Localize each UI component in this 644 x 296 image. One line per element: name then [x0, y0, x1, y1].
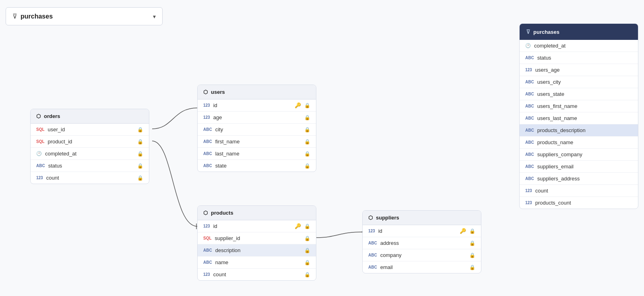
panel-row[interactable]: ABC suppliers_email — [520, 161, 638, 173]
table-row[interactable]: SQL user_id 🔒 — [31, 124, 149, 136]
panel-row[interactable]: ABC products_description — [520, 124, 638, 137]
field-name: suppliers_company — [537, 151, 582, 157]
panel-row[interactable]: ABC users_last_name — [520, 112, 638, 124]
field-name: completed_at — [534, 43, 566, 49]
field-name: count — [46, 175, 59, 181]
field-name: users_state — [537, 91, 564, 97]
panel-row[interactable]: ABC users_city — [520, 76, 638, 88]
field-name: users_age — [535, 67, 560, 73]
type-badge-abc: ABC — [368, 265, 377, 269]
orders-table-title: orders — [44, 113, 60, 119]
table-row[interactable]: ABC city 🔒 — [198, 124, 316, 136]
type-badge-abc: ABC — [525, 80, 534, 84]
type-badge-123: 123 — [368, 229, 375, 233]
query-dropdown[interactable]: ⊽ purchases ▾ — [6, 7, 163, 25]
lock-icon: 🔒 — [137, 127, 143, 132]
table-row[interactable]: 123 id 🔑 🔒 — [363, 225, 481, 237]
table-row[interactable]: 123 id 🔑 🔒 — [198, 99, 316, 112]
field-name: last_name — [215, 151, 239, 157]
table-row[interactable]: ABC name 🔒 — [198, 257, 316, 269]
products-table-title: products — [211, 210, 233, 216]
suppliers-table-header: ⬡ suppliers — [363, 211, 481, 225]
field-name: id — [213, 102, 217, 108]
field-name: products_count — [535, 200, 571, 206]
table-row[interactable]: ABC state 🔒 — [198, 160, 316, 172]
table-row[interactable]: ABC status 🔒 — [31, 160, 149, 172]
type-badge-abc: ABC — [36, 164, 45, 168]
lock-icon: 🔒 — [304, 260, 310, 265]
panel-row[interactable]: ABC products_name — [520, 137, 638, 149]
type-badge-abc: ABC — [368, 241, 377, 245]
type-badge-abc: ABC — [525, 140, 534, 145]
type-badge-clock: 🕐 — [525, 43, 531, 48]
table-row[interactable]: ABC description 🔒 — [198, 244, 316, 257]
products-table-header: ⬡ products — [198, 206, 316, 220]
field-name: age — [213, 114, 222, 120]
table-row[interactable]: 123 id 🔑 🔒 — [198, 220, 316, 232]
key-icon: 🔑 — [460, 228, 466, 234]
table-row[interactable]: ABC address 🔒 — [363, 237, 481, 249]
field-name: city — [215, 126, 223, 132]
users-table-header: ⬡ users — [198, 85, 316, 99]
table-row[interactable]: SQL product_id 🔒 — [31, 136, 149, 148]
field-name: suppliers_email — [537, 164, 574, 170]
table-cube-icon: ⬡ — [368, 215, 373, 221]
key-icon: 🔑 — [295, 223, 301, 229]
type-badge-abc: ABC — [525, 92, 534, 96]
type-badge-abc: ABC — [525, 176, 534, 181]
type-badge-123: 123 — [203, 115, 210, 120]
lock-icon: 🔒 — [304, 224, 310, 229]
table-row[interactable]: SQL supplier_id 🔒 — [198, 232, 316, 244]
type-badge-sql: SQL — [203, 236, 212, 240]
type-badge-abc: ABC — [203, 260, 212, 265]
type-badge-abc: ABC — [525, 152, 534, 157]
panel-filter-icon: ⊽ — [526, 29, 530, 35]
type-badge-abc: ABC — [525, 104, 534, 108]
chevron-down-icon: ▾ — [153, 13, 156, 20]
field-name: first_name — [215, 139, 240, 145]
table-row[interactable]: 123 count 🔒 — [198, 269, 316, 280]
lock-icon: 🔒 — [304, 248, 310, 253]
field-name: suppliers_address — [537, 176, 580, 182]
panel-row[interactable]: ABC status — [520, 52, 638, 64]
table-row[interactable]: ABC last_name 🔒 — [198, 148, 316, 160]
table-row[interactable]: 123 age 🔒 — [198, 112, 316, 124]
field-name: status — [537, 55, 551, 61]
lock-icon: 🔒 — [304, 151, 310, 157]
panel-row[interactable]: ABC suppliers_company — [520, 149, 638, 161]
type-badge-123: 123 — [525, 68, 532, 72]
table-row[interactable]: ABC email 🔒 — [363, 261, 481, 273]
field-name: name — [215, 259, 229, 265]
field-name: supplier_id — [215, 235, 240, 241]
purchases-panel-title: purchases — [533, 29, 559, 35]
table-row[interactable]: 123 count 🔒 — [31, 172, 149, 184]
panel-row[interactable]: ABC suppliers_address — [520, 173, 638, 185]
panel-row[interactable]: 🕐 completed_at — [520, 40, 638, 52]
panel-row[interactable]: ABC users_state — [520, 88, 638, 100]
panel-row[interactable]: ABC users_first_name — [520, 100, 638, 112]
lock-icon: 🔒 — [469, 240, 475, 246]
type-badge-abc: ABC — [525, 164, 534, 169]
panel-row[interactable]: 123 users_age — [520, 64, 638, 76]
lock-icon: 🔒 — [304, 103, 310, 108]
table-cube-icon: ⬡ — [203, 89, 208, 95]
table-row[interactable]: ABC first_name 🔒 — [198, 136, 316, 148]
products-table: ⬡ products 123 id 🔑 🔒 SQL supplier_id 🔒 … — [197, 205, 316, 281]
type-badge-abc: ABC — [525, 116, 534, 120]
panel-row[interactable]: 123 products_count — [520, 197, 638, 209]
type-badge-123: 123 — [203, 224, 210, 228]
purchases-panel-header: ⊽ purchases — [520, 24, 638, 40]
type-badge-abc: ABC — [203, 248, 212, 253]
table-row[interactable]: ABC company 🔒 — [363, 249, 481, 261]
lock-icon: 🔒 — [304, 127, 310, 132]
orders-table: ⬡ orders SQL user_id 🔒 SQL product_id 🔒 … — [30, 109, 149, 184]
panel-row[interactable]: 123 count — [520, 185, 638, 197]
field-name: users_last_name — [537, 115, 577, 121]
lock-icon: 🔒 — [304, 236, 310, 241]
type-badge-abc: ABC — [203, 151, 212, 156]
field-name: company — [380, 252, 402, 258]
type-badge-sql: SQL — [36, 127, 45, 132]
field-name: product_id — [48, 139, 72, 145]
type-badge-sql: SQL — [36, 139, 45, 144]
table-row[interactable]: 🕐 completed_at 🔒 — [31, 148, 149, 160]
